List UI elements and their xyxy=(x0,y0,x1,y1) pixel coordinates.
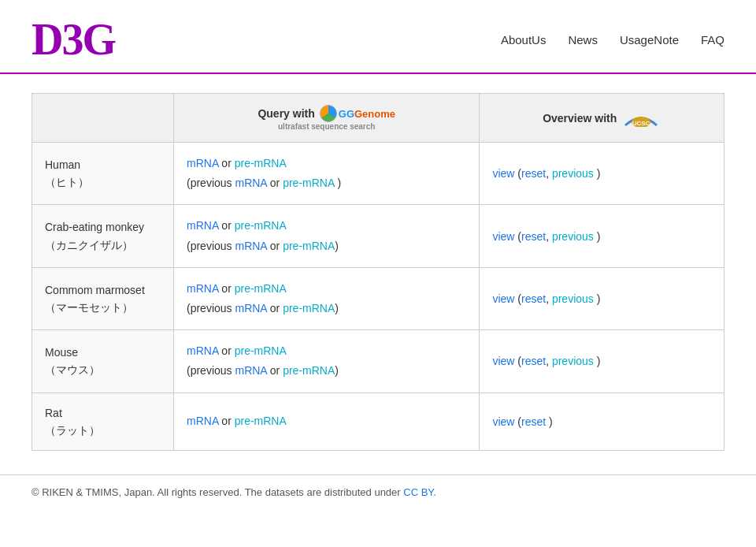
overview-header-text: Overview with xyxy=(543,112,617,125)
overview-view-link-4[interactable]: view xyxy=(492,415,514,428)
query-prev-mrna-link-1[interactable]: mRNA xyxy=(235,240,266,252)
query-prev-or-1: or xyxy=(267,240,283,252)
query-prev-or-2: or xyxy=(267,302,283,314)
query-prev-label-3: (previous xyxy=(187,364,235,377)
query-premrna-link-4[interactable]: pre-mRNA xyxy=(235,415,287,427)
query-prev-mrna-link-3[interactable]: mRNA xyxy=(235,364,266,377)
species-cell-2: Commom marmoset（マーモセット） xyxy=(32,267,174,329)
query-prev-label-2: (previous xyxy=(187,302,235,314)
logo: D3G xyxy=(32,14,115,65)
overview-prev-link-2[interactable]: previous xyxy=(552,292,594,305)
query-cell-3: mRNA or pre-mRNA(previous mRNA or pre-mR… xyxy=(174,330,480,393)
species-en: Human xyxy=(45,158,80,171)
query-prev-or-3: or xyxy=(267,364,283,377)
footer-ccby-link[interactable]: CC BY xyxy=(403,486,433,498)
overview-cell-4: view (reset ) xyxy=(480,393,724,451)
species-en: Commom marmoset xyxy=(45,284,145,296)
query-premrna-link-3[interactable]: pre-mRNA xyxy=(235,344,287,357)
species-jp: （マウス） xyxy=(45,363,100,376)
overview-view-link-3[interactable]: view xyxy=(492,355,514,367)
query-mrna-link-2[interactable]: mRNA xyxy=(187,282,218,295)
overview-view-link-2[interactable]: view xyxy=(492,292,514,305)
query-prev-mrna-link-0[interactable]: mRNA xyxy=(235,177,266,189)
col-species-header xyxy=(32,94,174,143)
nav: AboutUs News UsageNote FAQ xyxy=(501,33,724,47)
query-premrna-link-0[interactable]: pre-mRNA xyxy=(235,157,287,169)
col-overview-header: Overview with UCSC xyxy=(480,94,724,143)
query-or1-1: or xyxy=(218,219,234,232)
query-or1-4: or xyxy=(218,415,234,427)
overview-reset-link-1[interactable]: reset xyxy=(521,230,546,243)
query-or1-3: or xyxy=(218,344,234,357)
nav-usagenote[interactable]: UsageNote xyxy=(620,33,679,47)
species-jp: （カニクイザル） xyxy=(45,239,133,251)
query-cell-2: mRNA or pre-mRNA(previous mRNA or pre-mR… xyxy=(174,267,480,329)
gggenome-logo: GGGenome xyxy=(320,105,395,122)
overview-prev-link-0[interactable]: previous xyxy=(552,167,594,180)
query-prev-end-3: ) xyxy=(335,364,339,377)
species-en: Mouse xyxy=(45,346,78,359)
query-premrna-link-2[interactable]: pre-mRNA xyxy=(235,282,287,295)
query-prev-end-2: ) xyxy=(335,302,339,314)
query-premrna-link-1[interactable]: pre-mRNA xyxy=(235,219,287,232)
species-en: Crab-eating monkey xyxy=(45,221,144,233)
query-or1-2: or xyxy=(218,282,234,295)
species-table: Query with GGGenome ultrafast sequence s… xyxy=(32,93,724,451)
gggenome-name: GGGenome xyxy=(339,108,395,120)
species-en: Rat xyxy=(45,407,62,419)
footer-text-after: . xyxy=(433,486,436,498)
overview-view-link-0[interactable]: view xyxy=(492,167,514,180)
query-header-text: Query with xyxy=(258,107,314,120)
svg-text:UCSC: UCSC xyxy=(632,120,650,127)
overview-cell-3: view (reset, previous ) xyxy=(480,330,724,393)
footer-text-before: © RIKEN & TMIMS, Japan. All rights reser… xyxy=(32,486,403,498)
overview-prev-link-1[interactable]: previous xyxy=(552,230,594,243)
header: D3G AboutUs News UsageNote FAQ xyxy=(0,0,756,74)
overview-reset-link-0[interactable]: reset xyxy=(521,167,546,180)
overview-prev-link-3[interactable]: previous xyxy=(552,355,594,367)
species-cell-4: Rat（ラット） xyxy=(32,393,174,451)
footer: © RIKEN & TMIMS, Japan. All rights reser… xyxy=(0,474,756,509)
species-jp: （ヒト） xyxy=(45,176,89,188)
query-cell-4: mRNA or pre-mRNA xyxy=(174,393,480,451)
query-prev-mrna-link-2[interactable]: mRNA xyxy=(235,302,266,314)
query-cell-0: mRNA or pre-mRNA(previous mRNA or pre-mR… xyxy=(174,143,480,205)
nav-news[interactable]: News xyxy=(568,33,598,47)
query-or1-0: or xyxy=(218,157,234,169)
query-prev-premrna-link-1[interactable]: pre-mRNA xyxy=(283,240,335,252)
overview-cell-0: view (reset, previous ) xyxy=(480,143,724,205)
query-prev-premrna-link-0[interactable]: pre-mRNA xyxy=(283,177,334,189)
overview-reset-link-4[interactable]: reset xyxy=(521,415,546,428)
query-prev-premrna-link-2[interactable]: pre-mRNA xyxy=(283,302,335,314)
species-cell-0: Human（ヒト） xyxy=(32,143,174,205)
query-prev-label-1: (previous xyxy=(187,240,235,252)
species-jp: （マーモセット） xyxy=(45,301,133,314)
query-prev-premrna-link-3[interactable]: pre-mRNA xyxy=(283,364,335,377)
query-mrna-link-0[interactable]: mRNA xyxy=(187,157,218,169)
query-mrna-link-3[interactable]: mRNA xyxy=(187,344,218,357)
overview-cell-1: view (reset, previous ) xyxy=(480,205,724,267)
ucsc-arc-icon: UCSC xyxy=(621,110,661,127)
nav-faq[interactable]: FAQ xyxy=(701,33,724,47)
overview-reset-link-3[interactable]: reset xyxy=(521,355,546,367)
gggenome-globe-icon xyxy=(320,105,337,122)
overview-reset-link-2[interactable]: reset xyxy=(521,292,546,305)
col-query-header: Query with GGGenome ultrafast sequence s… xyxy=(174,94,480,143)
overview-view-link-1[interactable]: view xyxy=(492,230,514,243)
query-prev-or-0: or xyxy=(267,177,283,189)
species-cell-3: Mouse（マウス） xyxy=(32,330,174,393)
query-prev-label-0: (previous xyxy=(187,177,235,189)
query-mrna-link-1[interactable]: mRNA xyxy=(187,219,218,232)
ucsc-logo: UCSC xyxy=(621,110,661,127)
query-mrna-link-4[interactable]: mRNA xyxy=(187,415,218,427)
species-jp: （ラット） xyxy=(45,424,100,437)
overview-cell-2: view (reset, previous ) xyxy=(480,267,724,329)
query-prev-end-1: ) xyxy=(335,240,339,252)
query-cell-1: mRNA or pre-mRNA(previous mRNA or pre-mR… xyxy=(174,205,480,267)
species-cell-1: Crab-eating monkey（カニクイザル） xyxy=(32,205,174,267)
query-prev-end-0: ) xyxy=(335,177,342,189)
nav-about[interactable]: AboutUs xyxy=(501,33,547,47)
main-content: Query with GGGenome ultrafast sequence s… xyxy=(0,74,756,467)
gggenome-subtitle: ultrafast sequence search xyxy=(187,122,466,131)
